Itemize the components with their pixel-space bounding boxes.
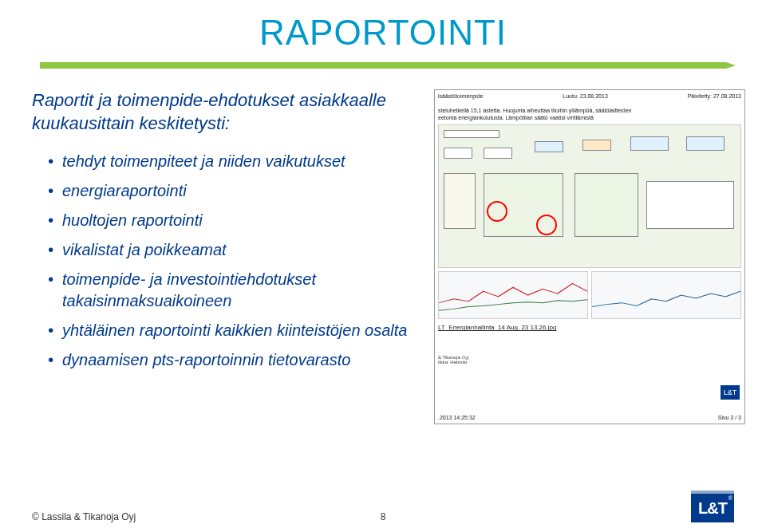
diagram-panel [646,181,734,229]
report-header-right: Päivitetty: 27.08.2013 [688,93,741,99]
report-note-line2: eetonta energiankulutusta. Lämpötilan sä… [438,115,594,120]
report-header-left: isäästötoimenpide [438,93,483,99]
logo-text: L&T [724,388,737,396]
list-item: energiaraportointi [48,180,415,202]
slide: RAPORTOINTI Raportit ja toimenpide-ehdot… [0,0,766,532]
system-diagram [438,124,741,268]
report-company-block: & Tikanoja Oyj iikka: Helsinki [438,355,741,365]
diagram-block [535,141,563,152]
trend-chart [591,271,741,319]
report-header: isäästötoimenpide Luotu: 23.08.2013 Päiv… [438,93,741,99]
charts-row [438,271,741,319]
registered-icon: ® [728,495,732,501]
list-item: yhtäläinen raportointi kaikkien kiinteis… [48,320,415,341]
diagram-panel [574,173,638,237]
file-name: LT_Energianhallinta_14 Aug. 23 13.26.jpg [438,324,741,331]
page-number: 8 [381,511,386,522]
content-row: Raportit ja toimenpide-ehdotukset asiakk… [32,89,734,424]
diagram-label [444,130,499,138]
list-item: toimenpide- ja investointiehdotukset tak… [48,269,415,312]
report-header-mid: Luotu: 23.08.2013 [563,93,607,99]
bullet-list: tehdyt toimenpiteet ja niiden vaikutukse… [32,151,415,371]
logo-text: L&T [698,499,727,518]
diagram-block [630,136,669,151]
highlight-circle-icon [487,201,507,222]
diagram-sidebar [444,173,476,229]
trend-chart [438,271,588,319]
list-item: huoltojen raportointi [48,210,415,231]
mini-logo: L&T [721,385,740,400]
list-item: tehdyt toimenpiteet ja niiden vaikutukse… [48,151,415,172]
subheading: Raportit ja toimenpide-ehdotukset asiakk… [32,89,415,135]
copyright: © Lassila & Tikanoja Oyj [32,511,136,522]
diagram-block [686,136,725,151]
report-note-line1: steluhetkellä 15,1 astetta. Huojunta aih… [438,108,631,113]
page-title: RAPORTOINTI [32,13,734,53]
left-column: Raportit ja toimenpide-ehdotukset asiakk… [32,89,415,424]
diagram-block [444,148,472,159]
report-footer-time: .2013 14:25:32 [438,415,476,420]
right-column: isäästötoimenpide Luotu: 23.08.2013 Päiv… [434,89,745,424]
diagram-block [484,148,512,159]
company-line: iikka: Helsinki [438,360,741,365]
highlight-circle-icon [536,215,557,235]
logo: L&T ® [691,491,734,522]
report-screenshot: isäästötoimenpide Luotu: 23.08.2013 Päiv… [434,89,745,424]
line-chart-icon [439,272,587,318]
diagram-block [582,140,611,151]
report-footer-page: Sivu 3 / 3 [718,415,741,420]
list-item: vikalistat ja poikkeamat [48,239,415,261]
report-note: steluhetkellä 15,1 astetta. Huojunta aih… [438,107,741,121]
report-footer: .2013 14:25:32 Sivu 3 / 3 [438,415,741,420]
title-underline [40,62,726,69]
line-chart-icon [592,272,740,318]
list-item: dynaamisen pts-raportoinnin tietovarasto [48,349,415,371]
slide-footer: © Lassila & Tikanoja Oyj 8 L&T ® [32,491,734,522]
